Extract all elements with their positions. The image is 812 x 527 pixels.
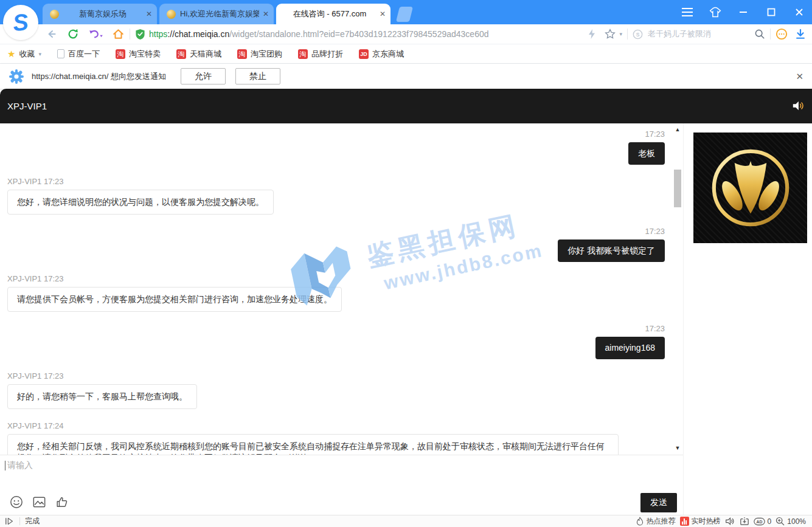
bookmarks-bar: ★收藏▾百度一下淘淘宝特卖淘天猫商城淘淘宝团购淘品牌打折JD京东商城 (0, 44, 812, 64)
sidebar-play-icon[interactable] (5, 517, 15, 525)
message-meta: 17:23 (7, 226, 665, 236)
page-icon (57, 49, 64, 58)
home-icon[interactable] (112, 28, 125, 40)
trending-chart-icon (680, 517, 689, 526)
screenshot-icon[interactable] (740, 517, 749, 526)
tab-favicon-icon (167, 10, 176, 19)
tab-favicon-icon (50, 10, 59, 19)
status-right: 热点推荐 实时热榜 AD 0 100% (636, 516, 806, 526)
browser-tab[interactable]: 新葡京娱乐场✕ (43, 4, 157, 24)
browser-titlebar: 新葡京娱乐场✕Hi,欢迎光临新葡京娱樂✕在线咨询 - 6577.com✕ (0, 0, 812, 24)
right-panel (683, 123, 812, 515)
maximize-icon[interactable] (765, 5, 778, 19)
refresh-icon[interactable] (67, 28, 79, 40)
bookmark-label: 百度一下 (68, 49, 100, 60)
image-upload-icon[interactable] (32, 495, 46, 509)
chat-message-area: 17:23老板XPJ-VIP1 17:23您好，请您详细说明您的状况与问题，以便… (0, 123, 683, 455)
zoom-level: 100% (787, 517, 806, 526)
chat-input-area[interactable]: 请输入 发送 (0, 455, 683, 515)
zoom-item[interactable]: 100% (776, 517, 806, 526)
notification-close-icon[interactable]: ✕ (796, 71, 803, 82)
undo-icon[interactable] (88, 28, 103, 40)
url-host: ://chat.meiqia.cn (167, 29, 229, 39)
message-bubble: aimeiying168 (595, 337, 665, 359)
bookmark-label: 淘宝特卖 (129, 49, 161, 60)
close-icon[interactable] (793, 5, 806, 19)
chat-scrollbar[interactable]: ▲ ▼ (673, 126, 682, 452)
message-list: 17:23老板XPJ-VIP1 17:23您好，请您详细说明您的状况与问题，以便… (0, 123, 683, 455)
bookmark-label: 淘宝团购 (251, 49, 282, 60)
download-icon[interactable] (795, 29, 806, 40)
back-icon[interactable] (46, 28, 58, 40)
chat-input[interactable]: 请输入 (5, 460, 33, 471)
tab-close-icon[interactable]: ✕ (380, 10, 386, 18)
message-meta: XPJ-VIP1 17:23 (7, 176, 665, 187)
allow-button[interactable]: 允许 (181, 68, 226, 84)
new-tab-button[interactable] (396, 7, 413, 22)
sound-speaker-icon[interactable] (791, 100, 805, 114)
tab-title: 新葡京娱乐场 (63, 9, 142, 19)
browser-tab[interactable]: Hi,欢迎光临新葡京娱樂✕ (159, 4, 274, 24)
bookmark-item[interactable]: ★收藏▾ (7, 49, 41, 60)
scrollbar-thumb[interactable] (674, 170, 681, 207)
text-caret (5, 461, 5, 470)
flame-icon (636, 517, 644, 526)
url-path: /widget/standalone.html?eid=e7b403d19122… (229, 29, 488, 39)
ad-filter-item[interactable]: AD 0 (754, 517, 772, 526)
message-bubble: 您好，请您详细说明您的状况与问题，以便客服为您提交解决呢。 (7, 190, 274, 215)
tab-close-icon[interactable]: ✕ (146, 10, 152, 18)
browser-logo[interactable]: S (3, 5, 38, 40)
status-done-text: 完成 (25, 516, 40, 526)
bookmark-item[interactable]: 淘淘宝团购 (237, 49, 282, 60)
emoji-icon[interactable] (10, 495, 23, 509)
scroll-down-icon[interactable]: ▼ (673, 444, 682, 452)
tab-close-icon[interactable]: ✕ (263, 10, 269, 18)
browser-tab[interactable]: 在线咨询 - 6577.com✕ (276, 4, 390, 24)
hot-recommend-item[interactable]: 热点推荐 (636, 516, 676, 526)
input-placeholder: 请输入 (7, 460, 33, 471)
chat-message: XPJ-VIP1 17:23请您提供下会员帐号，方便客服为您提交相关部门进行咨询… (7, 274, 665, 312)
message-bubble: 好的，请您稍等一下，客服马上帮您查询哦。 (7, 384, 197, 409)
quick-search-box[interactable]: S 老干妈儿子被限消 (633, 29, 754, 40)
bookmark-item[interactable]: 淘天猫商城 (176, 49, 221, 60)
flash-icon[interactable] (588, 29, 596, 40)
skin-tshirt-icon[interactable] (709, 5, 722, 19)
chat-message: XPJ-VIP1 17:23您好，请您详细说明您的状况与问题，以便客服为您提交解… (7, 176, 665, 215)
gear-icon (9, 69, 24, 84)
bookmark-item[interactable]: JD京东商城 (359, 49, 404, 60)
scroll-up-icon[interactable]: ▲ (673, 126, 682, 133)
address-right-tools: ▾ S 老干妈儿子被限消 (588, 28, 806, 40)
chat-message: 17:23aimeiying168 (7, 323, 665, 359)
bookmark-item[interactable]: 百度一下 (57, 49, 100, 60)
minimize-icon[interactable] (737, 5, 750, 19)
url-field[interactable]: https://chat.meiqia.cn/widget/standalone… (135, 29, 588, 40)
menu-icon[interactable] (681, 5, 694, 19)
send-button[interactable]: 发送 (640, 493, 677, 512)
message-bubble: 您好，经相关部门反馈，我司风控系统近期稽核到您的账号目前已被安全系统自动捕捉存在… (7, 434, 619, 455)
extensions-menu-icon[interactable] (776, 28, 788, 40)
secure-shield-icon[interactable] (135, 29, 145, 40)
status-left: 完成 (5, 516, 40, 526)
thumbs-up-icon[interactable] (55, 495, 69, 509)
search-icon[interactable] (754, 29, 765, 40)
chat-message: XPJ-VIP1 17:23好的，请您稍等一下，客服马上帮您查询哦。 (7, 371, 665, 409)
url-text: https://chat.meiqia.cn/widget/standalone… (149, 29, 489, 39)
live-trending-item[interactable]: 实时热榜 (680, 516, 721, 526)
favorite-star-icon[interactable] (605, 29, 616, 40)
deny-button[interactable]: 禁止 (235, 68, 280, 84)
status-speaker-icon[interactable] (725, 517, 735, 526)
jd-icon: JD (359, 49, 369, 59)
message-bubble: 请您提供下会员帐号，方便客服为您提交相关部门进行咨询，加速您业务处理速度。 (7, 287, 342, 312)
svg-text:S: S (636, 31, 640, 37)
hot-recommend-label: 热点推荐 (647, 516, 676, 526)
bookmark-label: 天猫商城 (190, 49, 221, 60)
bookmark-label: 品牌打折 (311, 49, 343, 60)
bookmark-item[interactable]: 淘品牌打折 (298, 49, 343, 60)
tab-title: 在线咨询 - 6577.com (283, 9, 376, 19)
bookmark-label: 京东商城 (372, 49, 404, 60)
bookmark-item[interactable]: 淘淘宝特卖 (116, 49, 161, 60)
message-bubble: 老板 (628, 142, 665, 165)
tao-icon: 淘 (237, 49, 247, 59)
star-caret-icon[interactable]: ▾ (619, 31, 622, 37)
message-meta: XPJ-VIP1 17:23 (7, 371, 665, 381)
